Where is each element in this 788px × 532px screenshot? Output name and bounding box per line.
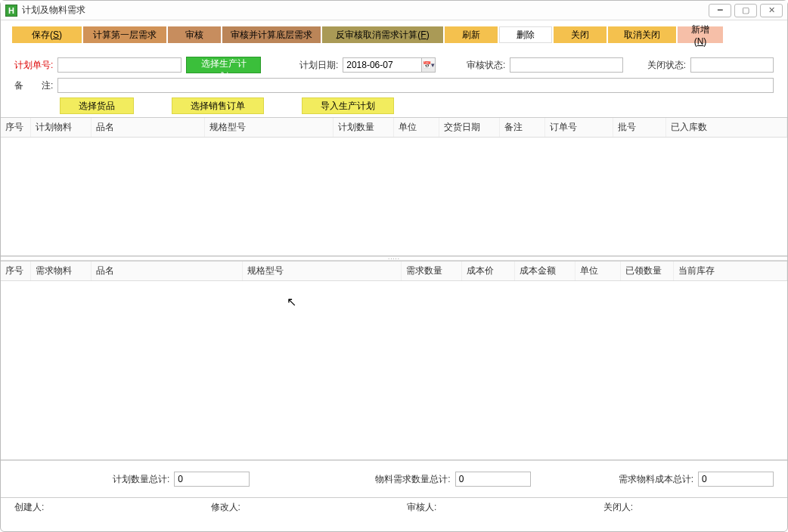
col2-spec[interactable]: 规格型号 (243, 261, 402, 280)
totals-bar: 计划数量总计: 物料需求数量总计: 需求物料成本总计: (1, 460, 787, 497)
req-qty-total-field[interactable] (455, 472, 531, 487)
req-qty-total-label: 物料需求数量总计: (375, 473, 450, 486)
remark-label: 备 注: (14, 79, 53, 92)
col2-req-material[interactable]: 需求物料 (31, 261, 92, 280)
plan-no-input[interactable] (57, 57, 181, 73)
plan-no-label: 计划单号: (14, 59, 53, 72)
closer-label: 关闭人: (603, 501, 633, 514)
col-plan-material[interactable]: 计划物料 (31, 118, 92, 137)
requirement-grid: 序号 需求物料 品名 规格型号 需求数量 成本价 成本金额 单位 已领数量 当前… (1, 261, 787, 460)
col-plan-qty[interactable]: 计划数量 (334, 118, 394, 137)
auditor-label: 审核人: (407, 501, 436, 514)
remark-input[interactable] (57, 78, 774, 93)
refresh-button[interactable]: 刷新 (445, 26, 498, 43)
requirement-grid-body[interactable] (1, 281, 787, 459)
title-bar: H 计划及物料需求 ━ ▢ ✕ (1, 1, 787, 20)
col2-current-stock[interactable]: 当前库存 (674, 261, 787, 280)
minimize-button[interactable]: ━ (709, 4, 731, 17)
audit-calc-bottom-button[interactable]: 审核并计算底层需求 (222, 26, 321, 43)
select-goods-button[interactable]: 选择货品 (60, 97, 134, 114)
col-remark[interactable]: 备注 (500, 118, 545, 137)
window-controls: ━ ▢ ✕ (706, 4, 783, 17)
import-production-plan-button[interactable]: 导入生产计划 (302, 97, 394, 114)
plan-grid-body[interactable] (1, 138, 787, 255)
col-spec[interactable]: 规格型号 (205, 118, 334, 137)
modifier-label: 修改人: (211, 501, 240, 514)
main-toolbar: 保存(S) 计算第一层需求 审核 审核并计算底层需求 反审核取消需求计算(F) … (1, 20, 787, 49)
req-cost-total-label: 需求物料成本总计: (619, 473, 693, 486)
col2-cost-price[interactable]: 成本价 (462, 261, 515, 280)
audit-button[interactable]: 审核 (168, 26, 221, 43)
form-area: 计划单号: 选择生产计划 计划日期: 📅▾ 审核状态: 关闭状态: 备 注: 选… (1, 49, 787, 117)
select-sales-order-button[interactable]: 选择销售订单 (172, 97, 264, 114)
close-window-button[interactable]: ✕ (760, 4, 783, 17)
maximize-button[interactable]: ▢ (734, 4, 757, 17)
col2-cost-amount[interactable]: 成本金额 (515, 261, 575, 280)
app-icon: H (5, 5, 17, 17)
save-button[interactable]: 保存(S) (12, 26, 82, 43)
col-batch[interactable]: 批号 (613, 118, 666, 137)
col-delivery-date[interactable]: 交货日期 (439, 118, 500, 137)
col2-seq[interactable]: 序号 (1, 261, 31, 280)
date-picker-button[interactable]: 📅▾ (422, 57, 436, 73)
plan-grid-header: 序号 计划物料 品名 规格型号 计划数量 单位 交货日期 备注 订单号 批号 已… (1, 118, 787, 138)
plan-qty-total-label: 计划数量总计: (113, 473, 169, 486)
new-button[interactable]: 新增(N) (678, 26, 723, 43)
plan-date-label: 计划日期: (299, 59, 338, 72)
col-stored-qty[interactable]: 已入库数 (666, 118, 787, 137)
unaudit-cancel-button[interactable]: 反审核取消需求计算(F) (322, 26, 443, 43)
col2-req-qty[interactable]: 需求数量 (402, 261, 462, 280)
audit-status-label: 审核状态: (467, 59, 505, 72)
window-title: 计划及物料需求 (22, 4, 85, 17)
close-button[interactable]: 关闭 (554, 26, 607, 43)
req-cost-total-field[interactable] (698, 472, 774, 487)
delete-button[interactable]: 删除 (499, 26, 552, 43)
col-unit[interactable]: 单位 (394, 118, 439, 137)
cancel-close-button[interactable]: 取消关闭 (608, 26, 676, 43)
status-bar: 创建人: 修改人: 审核人: 关闭人: (1, 497, 787, 518)
col2-name[interactable]: 品名 (92, 261, 243, 280)
col-name[interactable]: 品名 (92, 118, 205, 137)
audit-status-field[interactable] (510, 57, 623, 73)
plan-grid: 序号 计划物料 品名 规格型号 计划数量 单位 交货日期 备注 订单号 批号 已… (1, 117, 787, 256)
col-seq[interactable]: 序号 (1, 118, 31, 137)
creator-label: 创建人: (14, 501, 44, 514)
select-production-plan-button[interactable]: 选择生产计划 (186, 57, 261, 73)
close-status-label: 关闭状态: (647, 59, 686, 72)
close-status-field[interactable] (690, 57, 774, 73)
app-window: H 计划及物料需求 ━ ▢ ✕ 保存(S) 计算第一层需求 审核 审核并计算底层… (0, 0, 788, 532)
plan-date-input[interactable] (343, 57, 422, 73)
col2-unit[interactable]: 单位 (575, 261, 621, 280)
plan-qty-total-field[interactable] (174, 472, 250, 487)
requirement-grid-header: 序号 需求物料 品名 规格型号 需求数量 成本价 成本金额 单位 已领数量 当前… (1, 261, 787, 281)
col2-issued-qty[interactable]: 已领数量 (621, 261, 674, 280)
col-order-no[interactable]: 订单号 (545, 118, 613, 137)
calc-first-layer-button[interactable]: 计算第一层需求 (83, 26, 166, 43)
